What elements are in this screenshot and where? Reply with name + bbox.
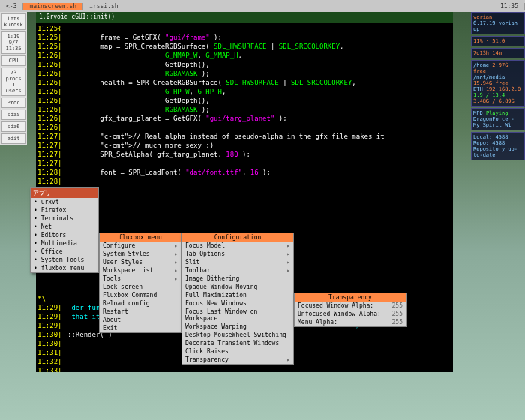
code-line: 11:25{ [38,24,452,33]
app-menu-item[interactable]: • Office [31,248,98,256]
config-menu-item[interactable]: Focus New Windows [182,299,293,308]
code-line: 11:28} [38,186,452,195]
config-menu-item[interactable]: Decorate Transient Windows [182,339,293,347]
config-menu-item[interactable]: Image Dithering [182,274,293,283]
fs-entry: /home 2.97G free [473,62,523,74]
fs-entry: /mnt/media 15.94G free [473,74,523,86]
code-line: 11:28| [38,177,452,186]
config-menu-item[interactable]: Slit▸ [182,258,293,266]
trans-menu-item[interactable]: Focused Window Alpha:255 [295,302,406,310]
trans-menu-item[interactable]: Unfocused Window Alpha:255 [295,310,406,318]
panel-proc: Proc [2,98,26,108]
code-line: 11:26| [38,123,452,132]
fluxbox-menu-item[interactable]: Configure▸ [100,242,181,250]
trans-menu-item[interactable]: Menu Alpha:255 [295,318,406,326]
fluxbox-menu-item[interactable]: Fluxbox Command [100,291,181,299]
code-line: 11:26| GetDepth(), [38,60,452,69]
config-menu-item[interactable]: Focus Model▸ [182,242,293,250]
fluxbox-menu-item[interactable]: Lock screen [100,283,181,291]
config-menu-item[interactable]: Desktop MouseWheel Switching [182,331,293,339]
config-menu-item[interactable]: Focus Last Window on Workspace [182,308,293,322]
config-menu-item[interactable]: Tab Options▸ [182,250,293,258]
code-line: 11:27| SPR_SetAlpha( gfx_targ_planet, 18… [38,150,452,159]
rpanel-fs: /home 2.97G free/mnt/media 15.94G freeET… [471,60,525,106]
taskbar-workspace[interactable]: <-3 [0,3,23,10]
fluxbox-menu-header: fluxbox menu [100,233,181,242]
panel-cpu: CPU [2,56,26,66]
code-line: 11:26| G_MMAP_W, G_MMAP_H, [38,51,452,60]
config-menu-item[interactable]: Opaque Window Moving [182,283,293,291]
rpanel-host: vorian 6.17.19 vorian up [471,12,525,34]
panel-time: 1:19 9/7 11:35 [2,32,26,54]
panel-host: lets kurosk [2,14,26,30]
app-menu-item[interactable]: • urxvt [31,198,98,206]
taskbar: <-3 mainscreen.sh irssi.sh 11:35 [0,0,525,12]
rpanel-cpu: 11% · 51.0 [471,36,525,46]
config-menu-header: Configuration [182,233,293,242]
right-monitor-panel: vorian 6.17.19 vorian up 11% · 51.0 7d13… [471,12,525,160]
rpanel-bottom: Local: 4588 Repo: 4588 Repository up-to-… [471,132,525,160]
code-line: 11:27| "c-cmt">// much more sexy :) [38,141,452,150]
app-menu-title: アプリ [31,188,98,198]
config-menu-item[interactable]: Click Raises [182,347,293,356]
config-menu-item[interactable]: Workspace Warping [182,322,293,331]
fluxbox-menu-item[interactable]: Restart [100,308,181,316]
fluxbox-menu-item[interactable]: Tools▸ [100,274,181,283]
app-menu-item[interactable]: • fluxbox menu [31,264,98,272]
panel-procs: 73 procs 1 users [2,68,26,96]
terminal-title: 1.0rvoid cGUI::init() [36,12,453,22]
panel-edit: edit [2,134,26,144]
app-menu-item[interactable]: • Multimedia [31,239,98,248]
app-launcher-menu[interactable]: アプリ • urxvt• Firefox• Terminals• Net• Ed… [30,188,99,273]
fluxbox-menu-item[interactable]: Exit [100,324,181,332]
taskbar-tab-2[interactable]: irssi.sh [83,3,125,10]
transparency-menu[interactable]: Transparency Focused Window Alpha:255Unf… [294,292,406,327]
fluxbox-menu[interactable]: fluxbox menu Configure▸System Styles▸Use… [99,232,182,333]
config-menu-item[interactable]: Full Maximization [182,291,293,299]
app-menu-item[interactable]: • Editors [31,231,98,239]
config-menu-item[interactable]: Transparency▸ [182,356,293,364]
taskbar-tab-1[interactable]: mainscreen.sh [23,3,83,10]
code-line: 11:25| map = SPR_CreateRGBSurface( SDL_H… [38,42,452,51]
code-line: 11:26| RGBAMASK ); [38,105,452,114]
code-line: 11:25| frame = GetGFX( "gui/frame" ); [38,33,452,42]
code-line: 11:26| GetDepth(), [38,96,452,105]
fluxbox-menu-item[interactable]: Workspace List▸ [100,266,181,274]
fluxbox-menu-item[interactable]: System Styles▸ [100,250,181,258]
code-line: 11:26| RGBAMASK ); [38,69,452,78]
fluxbox-menu-item[interactable]: Reload config [100,299,181,308]
app-menu-item[interactable]: • System Tools [31,256,98,264]
fluxbox-menu-item[interactable]: User Styles▸ [100,258,181,266]
panel-sda6: sda6 [2,122,26,132]
code-line: 11:26| health = SPR_CreateRGBSurface( SD… [38,78,452,87]
app-menu-item[interactable]: • Firefox [31,206,98,214]
code-line: 11:28| [38,195,452,204]
code-line: 11:27| "c-cmt">// Real alpha instead of … [38,132,452,141]
rpanel-net: 7d13h 14m [471,48,525,58]
code-line: 11:26| G_HP_W, G_HP_H, [38,87,452,96]
app-menu-item[interactable]: • Net [31,223,98,231]
code-line: 11:27| [38,159,452,168]
code-line: 11:26| gfx_targ_planet = GetGFX( "gui/ta… [38,114,452,123]
app-menu-item[interactable]: • Terminals [31,214,98,223]
trans-menu-header: Transparency [295,293,406,302]
taskbar-clock: 11:35 [494,3,525,10]
panel-sda5: sda5 [2,110,26,120]
left-monitor-panel: lets kurosk 1:19 9/7 11:35 CPU 73 procs … [0,12,27,146]
code-line: 11:33| [38,366,452,372]
fluxbox-menu-item[interactable]: About [100,316,181,324]
rpanel-mpd: MPD Playing DragonForce - My Spirit Wi [471,108,525,130]
configuration-menu[interactable]: Configuration Focus Model▸Tab Options▸Sl… [182,232,294,364]
config-menu-item[interactable]: Toolbar▸ [182,266,293,274]
fs-entry: 3.48G / 6.89G [473,98,523,104]
code-line: 11:28| font = SPR_LoadFont( "dat/font.tt… [38,168,452,177]
fs-entry: ETH 192.168.2.01.9 / 13.4 [473,86,523,98]
